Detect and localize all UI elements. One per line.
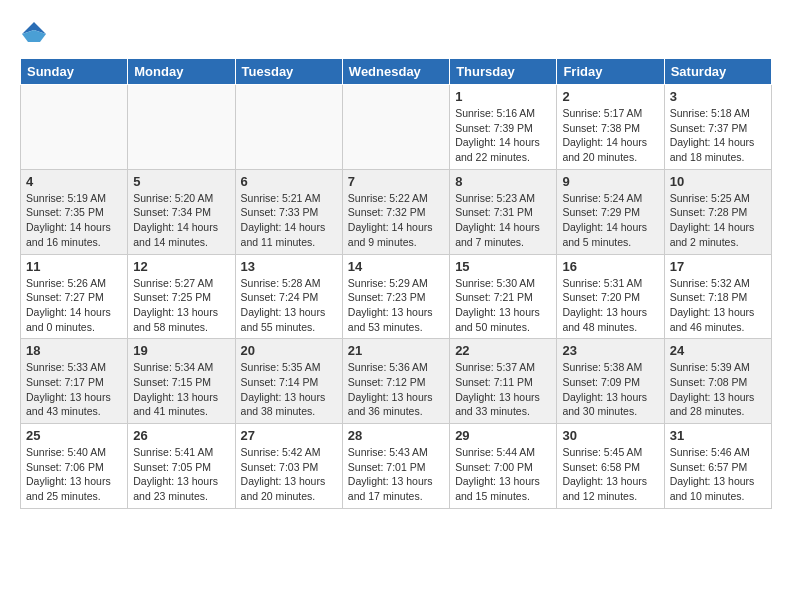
day-info: Sunrise: 5:39 AMSunset: 7:08 PMDaylight:… — [670, 360, 766, 419]
calendar: SundayMondayTuesdayWednesdayThursdayFrid… — [20, 58, 772, 509]
day-info: Sunrise: 5:37 AMSunset: 7:11 PMDaylight:… — [455, 360, 551, 419]
day-header-thursday: Thursday — [450, 59, 557, 85]
calendar-cell: 21Sunrise: 5:36 AMSunset: 7:12 PMDayligh… — [342, 339, 449, 424]
calendar-cell: 4Sunrise: 5:19 AMSunset: 7:35 PMDaylight… — [21, 169, 128, 254]
calendar-cell: 17Sunrise: 5:32 AMSunset: 7:18 PMDayligh… — [664, 254, 771, 339]
calendar-cell: 1Sunrise: 5:16 AMSunset: 7:39 PMDaylight… — [450, 85, 557, 170]
day-info: Sunrise: 5:42 AMSunset: 7:03 PMDaylight:… — [241, 445, 337, 504]
calendar-header-row: SundayMondayTuesdayWednesdayThursdayFrid… — [21, 59, 772, 85]
day-number: 5 — [133, 174, 229, 189]
calendar-cell: 30Sunrise: 5:45 AMSunset: 6:58 PMDayligh… — [557, 424, 664, 509]
calendar-cell: 8Sunrise: 5:23 AMSunset: 7:31 PMDaylight… — [450, 169, 557, 254]
day-header-wednesday: Wednesday — [342, 59, 449, 85]
day-number: 7 — [348, 174, 444, 189]
day-info: Sunrise: 5:23 AMSunset: 7:31 PMDaylight:… — [455, 191, 551, 250]
day-number: 28 — [348, 428, 444, 443]
day-header-friday: Friday — [557, 59, 664, 85]
calendar-cell — [235, 85, 342, 170]
day-number: 12 — [133, 259, 229, 274]
day-info: Sunrise: 5:26 AMSunset: 7:27 PMDaylight:… — [26, 276, 122, 335]
day-info: Sunrise: 5:31 AMSunset: 7:20 PMDaylight:… — [562, 276, 658, 335]
day-number: 15 — [455, 259, 551, 274]
day-info: Sunrise: 5:21 AMSunset: 7:33 PMDaylight:… — [241, 191, 337, 250]
calendar-week-row: 18Sunrise: 5:33 AMSunset: 7:17 PMDayligh… — [21, 339, 772, 424]
day-info: Sunrise: 5:36 AMSunset: 7:12 PMDaylight:… — [348, 360, 444, 419]
day-info: Sunrise: 5:30 AMSunset: 7:21 PMDaylight:… — [455, 276, 551, 335]
calendar-cell: 12Sunrise: 5:27 AMSunset: 7:25 PMDayligh… — [128, 254, 235, 339]
day-info: Sunrise: 5:44 AMSunset: 7:00 PMDaylight:… — [455, 445, 551, 504]
page-header — [20, 20, 772, 48]
day-info: Sunrise: 5:22 AMSunset: 7:32 PMDaylight:… — [348, 191, 444, 250]
calendar-cell: 29Sunrise: 5:44 AMSunset: 7:00 PMDayligh… — [450, 424, 557, 509]
calendar-cell: 31Sunrise: 5:46 AMSunset: 6:57 PMDayligh… — [664, 424, 771, 509]
day-info: Sunrise: 5:19 AMSunset: 7:35 PMDaylight:… — [26, 191, 122, 250]
day-info: Sunrise: 5:17 AMSunset: 7:38 PMDaylight:… — [562, 106, 658, 165]
calendar-cell: 27Sunrise: 5:42 AMSunset: 7:03 PMDayligh… — [235, 424, 342, 509]
calendar-week-row: 11Sunrise: 5:26 AMSunset: 7:27 PMDayligh… — [21, 254, 772, 339]
calendar-cell: 23Sunrise: 5:38 AMSunset: 7:09 PMDayligh… — [557, 339, 664, 424]
day-number: 18 — [26, 343, 122, 358]
day-info: Sunrise: 5:16 AMSunset: 7:39 PMDaylight:… — [455, 106, 551, 165]
day-info: Sunrise: 5:18 AMSunset: 7:37 PMDaylight:… — [670, 106, 766, 165]
calendar-cell: 26Sunrise: 5:41 AMSunset: 7:05 PMDayligh… — [128, 424, 235, 509]
calendar-cell — [128, 85, 235, 170]
calendar-week-row: 25Sunrise: 5:40 AMSunset: 7:06 PMDayligh… — [21, 424, 772, 509]
day-number: 29 — [455, 428, 551, 443]
day-number: 22 — [455, 343, 551, 358]
day-number: 31 — [670, 428, 766, 443]
calendar-cell: 7Sunrise: 5:22 AMSunset: 7:32 PMDaylight… — [342, 169, 449, 254]
day-number: 11 — [26, 259, 122, 274]
calendar-cell — [21, 85, 128, 170]
day-number: 20 — [241, 343, 337, 358]
day-header-sunday: Sunday — [21, 59, 128, 85]
day-number: 9 — [562, 174, 658, 189]
calendar-cell: 5Sunrise: 5:20 AMSunset: 7:34 PMDaylight… — [128, 169, 235, 254]
day-number: 3 — [670, 89, 766, 104]
day-number: 14 — [348, 259, 444, 274]
day-number: 24 — [670, 343, 766, 358]
day-info: Sunrise: 5:28 AMSunset: 7:24 PMDaylight:… — [241, 276, 337, 335]
day-info: Sunrise: 5:43 AMSunset: 7:01 PMDaylight:… — [348, 445, 444, 504]
calendar-cell: 6Sunrise: 5:21 AMSunset: 7:33 PMDaylight… — [235, 169, 342, 254]
calendar-cell: 11Sunrise: 5:26 AMSunset: 7:27 PMDayligh… — [21, 254, 128, 339]
day-number: 13 — [241, 259, 337, 274]
calendar-week-row: 4Sunrise: 5:19 AMSunset: 7:35 PMDaylight… — [21, 169, 772, 254]
day-number: 8 — [455, 174, 551, 189]
day-number: 10 — [670, 174, 766, 189]
day-number: 19 — [133, 343, 229, 358]
day-number: 17 — [670, 259, 766, 274]
calendar-cell: 18Sunrise: 5:33 AMSunset: 7:17 PMDayligh… — [21, 339, 128, 424]
calendar-cell: 13Sunrise: 5:28 AMSunset: 7:24 PMDayligh… — [235, 254, 342, 339]
day-number: 27 — [241, 428, 337, 443]
day-number: 30 — [562, 428, 658, 443]
day-info: Sunrise: 5:40 AMSunset: 7:06 PMDaylight:… — [26, 445, 122, 504]
day-number: 4 — [26, 174, 122, 189]
day-info: Sunrise: 5:46 AMSunset: 6:57 PMDaylight:… — [670, 445, 766, 504]
calendar-cell: 19Sunrise: 5:34 AMSunset: 7:15 PMDayligh… — [128, 339, 235, 424]
calendar-cell — [342, 85, 449, 170]
day-header-monday: Monday — [128, 59, 235, 85]
day-info: Sunrise: 5:41 AMSunset: 7:05 PMDaylight:… — [133, 445, 229, 504]
calendar-cell: 2Sunrise: 5:17 AMSunset: 7:38 PMDaylight… — [557, 85, 664, 170]
day-info: Sunrise: 5:27 AMSunset: 7:25 PMDaylight:… — [133, 276, 229, 335]
day-info: Sunrise: 5:45 AMSunset: 6:58 PMDaylight:… — [562, 445, 658, 504]
calendar-cell: 15Sunrise: 5:30 AMSunset: 7:21 PMDayligh… — [450, 254, 557, 339]
calendar-cell: 3Sunrise: 5:18 AMSunset: 7:37 PMDaylight… — [664, 85, 771, 170]
day-number: 25 — [26, 428, 122, 443]
calendar-cell: 10Sunrise: 5:25 AMSunset: 7:28 PMDayligh… — [664, 169, 771, 254]
day-number: 6 — [241, 174, 337, 189]
calendar-cell: 20Sunrise: 5:35 AMSunset: 7:14 PMDayligh… — [235, 339, 342, 424]
day-number: 26 — [133, 428, 229, 443]
day-info: Sunrise: 5:25 AMSunset: 7:28 PMDaylight:… — [670, 191, 766, 250]
day-number: 23 — [562, 343, 658, 358]
logo-icon — [20, 20, 48, 48]
calendar-cell: 25Sunrise: 5:40 AMSunset: 7:06 PMDayligh… — [21, 424, 128, 509]
calendar-cell: 16Sunrise: 5:31 AMSunset: 7:20 PMDayligh… — [557, 254, 664, 339]
calendar-cell: 28Sunrise: 5:43 AMSunset: 7:01 PMDayligh… — [342, 424, 449, 509]
day-header-saturday: Saturday — [664, 59, 771, 85]
day-number: 1 — [455, 89, 551, 104]
day-info: Sunrise: 5:34 AMSunset: 7:15 PMDaylight:… — [133, 360, 229, 419]
day-number: 21 — [348, 343, 444, 358]
day-info: Sunrise: 5:38 AMSunset: 7:09 PMDaylight:… — [562, 360, 658, 419]
day-info: Sunrise: 5:20 AMSunset: 7:34 PMDaylight:… — [133, 191, 229, 250]
